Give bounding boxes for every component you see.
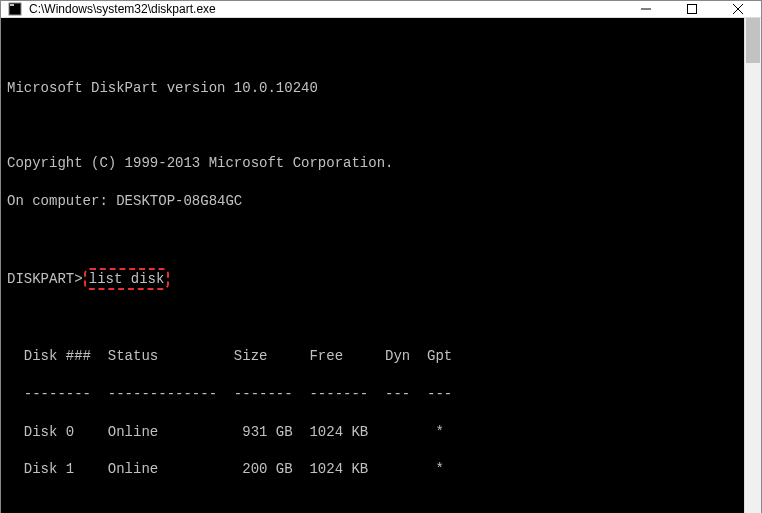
application-window: C:\Windows\system32\diskpart.exe Microso…: [0, 0, 762, 513]
version-line: Microsoft DiskPart version 10.0.10240: [7, 79, 738, 98]
blank-line: [7, 309, 738, 328]
svg-rect-3: [688, 5, 697, 14]
vertical-scrollbar[interactable]: ▾: [744, 18, 761, 513]
titlebar[interactable]: C:\Windows\system32\diskpart.exe: [1, 1, 761, 18]
terminal-output[interactable]: Microsoft DiskPart version 10.0.10240 Co…: [1, 18, 744, 513]
table-divider: -------- ------------- ------- ------- -…: [7, 385, 738, 404]
window-title: C:\Windows\system32\diskpart.exe: [29, 2, 623, 16]
scrollbar-thumb[interactable]: [746, 18, 760, 63]
table-header: Disk ### Status Size Free Dyn Gpt: [7, 347, 738, 366]
copyright-line: Copyright (C) 1999-2013 Microsoft Corpor…: [7, 154, 738, 173]
minimize-button[interactable]: [623, 1, 669, 17]
content-area: Microsoft DiskPart version 10.0.10240 Co…: [1, 18, 761, 513]
maximize-button[interactable]: [669, 1, 715, 17]
app-icon: [7, 1, 23, 17]
prompt-prefix: DISKPART>: [7, 270, 83, 289]
close-button[interactable]: [715, 1, 761, 17]
blank-line: [7, 230, 738, 249]
window-controls: [623, 1, 761, 17]
table-row: Disk 0 Online 931 GB 1024 KB *: [7, 423, 738, 442]
blank-line: [7, 41, 738, 60]
blank-line: [7, 498, 738, 513]
table-row: Disk 1 Online 200 GB 1024 KB *: [7, 460, 738, 479]
svg-rect-1: [10, 4, 14, 6]
blank-line: [7, 116, 738, 135]
computer-line: On computer: DESKTOP-08G84GC: [7, 192, 738, 211]
prompt-line-1: DISKPART>list disk: [7, 268, 738, 291]
highlighted-command-1: list disk: [84, 268, 170, 291]
